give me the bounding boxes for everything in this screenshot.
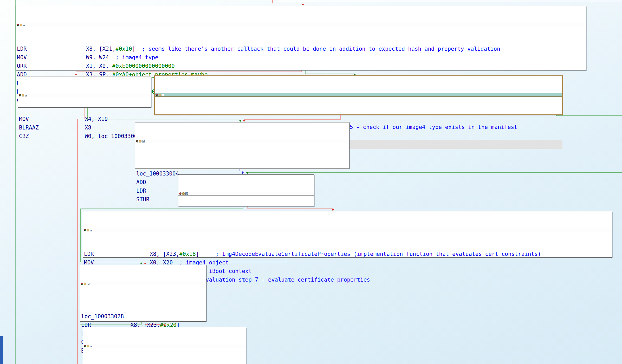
graph-icon[interactable] [90, 345, 92, 347]
graph-icon[interactable] [23, 24, 25, 26]
write-icon[interactable] [87, 229, 89, 231]
node-title-bar[interactable] [83, 344, 246, 348]
write-icon[interactable] [87, 345, 89, 347]
pie-icon[interactable] [19, 94, 21, 96]
basic-block-loc_100033028[interactable]: loc_100033028LDR X8, [X23,#0x20]LDR X8, … [80, 265, 206, 322]
node-title-bar[interactable] [18, 94, 151, 97]
node-title-bar[interactable] [155, 93, 562, 97]
write-icon[interactable] [159, 94, 161, 96]
asm-line[interactable] [156, 114, 562, 123]
edge-in-red [273, 0, 303, 5]
asm-line[interactable]: BLRAAZ X8 [19, 124, 151, 132]
node-title-bar[interactable] [16, 23, 586, 27]
edge-2FFC-true [556, 115, 622, 116]
pie-icon[interactable] [17, 24, 19, 26]
pie-icon[interactable] [136, 140, 138, 142]
asm-line[interactable]: LDR X8, [X21,#0x10] ; seems like there's… [17, 45, 586, 53]
pie-icon[interactable] [81, 283, 83, 285]
write-icon[interactable] [182, 192, 185, 195]
basic-block-loc_100032FFC[interactable]: loc_100032FFC ; trust evaluation step 6.… [154, 75, 563, 115]
write-icon[interactable] [20, 24, 22, 26]
asm-line[interactable]: CBZ W0, loc_100033004 [19, 132, 151, 141]
graph-icon[interactable] [142, 140, 145, 142]
write-icon[interactable] [22, 94, 24, 96]
asm-line[interactable]: loc_100033028 [81, 312, 206, 321]
basic-block-payload-exists[interactable]: ADD X1, SP, #0xA0+var_91MOV X0, X20BL _I… [83, 327, 246, 364]
basic-block-loc_100033010[interactable]: loc_100033010CBZ W27, loc_100033028 [178, 174, 314, 206]
asm-lines: MOV X4, X19BLRAAZ X8CBZ W0, loc_10003300… [18, 114, 151, 141]
pie-icon[interactable] [84, 229, 86, 231]
graph-icon[interactable] [25, 94, 27, 96]
graph-icon[interactable] [87, 283, 89, 285]
basic-block-callback-call[interactable]: MOV X4, X19BLRAAZ X8CBZ W0, loc_10003300… [18, 76, 151, 108]
graph-icon[interactable] [162, 94, 164, 96]
graph-icon[interactable] [185, 192, 188, 195]
edge-in-green [276, 0, 622, 1]
basic-block-entry[interactable]: LDR X8, [X21,#0x10] ; seems like there's… [16, 6, 586, 70]
write-icon[interactable] [84, 283, 86, 285]
asm-line[interactable]: LDR X8, [X23,#0x18] ; Img4DecodeEvaluate… [84, 250, 612, 258]
graph-icon[interactable] [90, 229, 92, 231]
window-edge-bar [0, 336, 3, 364]
write-icon[interactable] [139, 140, 141, 142]
asm-line[interactable]: ORR X1, X9, #0xE000000000000000 [17, 62, 586, 70]
node-title-bar[interactable] [178, 192, 314, 196]
asm-line[interactable] [81, 304, 206, 312]
node-title-bar[interactable] [135, 140, 349, 143]
asm-line[interactable]: MOV X4, X19 [19, 115, 151, 124]
basic-block-cert-eval[interactable]: LDR X8, [X23,#0x18] ; Img4DecodeEvaluate… [83, 211, 612, 258]
node-title-bar[interactable] [80, 282, 206, 286]
pie-icon[interactable] [84, 345, 86, 347]
pie-icon[interactable] [179, 192, 182, 195]
asm-line[interactable]: MOV W9, W24 ; image4 type [17, 53, 586, 62]
node-title-bar[interactable] [83, 229, 612, 232]
basic-block-loc_100033004[interactable]: loc_100033004ADD X8, SP, #0xA0+object_pr… [135, 122, 349, 169]
asm-line[interactable] [136, 161, 349, 170]
pie-icon[interactable] [156, 94, 158, 96]
